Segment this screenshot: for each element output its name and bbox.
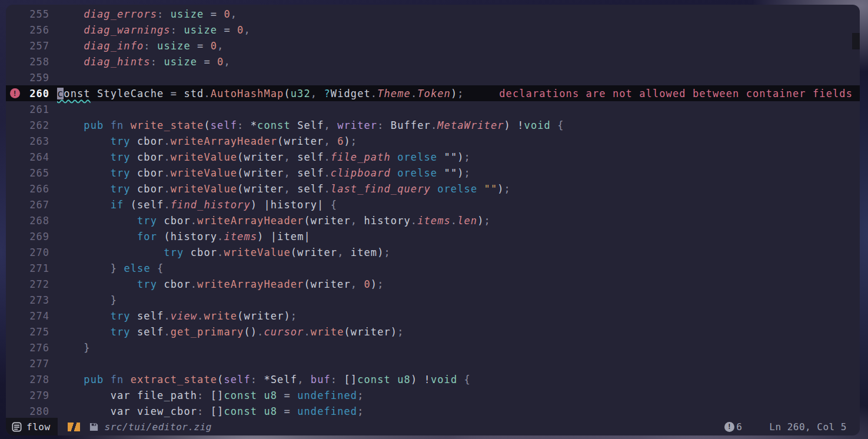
code-line[interactable]: 279 var file_path: []const u8 = undefine… xyxy=(6,387,860,403)
code-token: file_path xyxy=(131,390,197,401)
code-line[interactable]: 265 try cbor.writeValue(writer, self.cli… xyxy=(6,165,860,181)
code-token: extract_state xyxy=(131,374,217,385)
code-text[interactable]: try self.view.write(writer); xyxy=(49,310,297,322)
code-text[interactable]: try cbor.writeArrayHeader(writer, 6); xyxy=(49,135,357,147)
code-text[interactable]: try cbor.writeValue(writer, self.file_pa… xyxy=(49,151,471,163)
code-token: buf xyxy=(311,374,331,385)
code-text[interactable]: var file_path: []const u8 = undefined; xyxy=(49,390,364,401)
code-token xyxy=(57,231,137,242)
code-token: ( xyxy=(304,278,310,290)
code-text[interactable]: pub fn extract_state(self: *Self, buf: [… xyxy=(49,374,471,385)
code-token: u32 xyxy=(291,88,311,99)
code-token: pub xyxy=(84,119,104,131)
line-number: 260 xyxy=(24,88,49,99)
code-token: else xyxy=(124,262,150,274)
code-line[interactable]: 274 try self.view.write(writer); xyxy=(6,308,860,324)
code-token: [] xyxy=(204,390,224,401)
code-line[interactable]: 273 } xyxy=(6,292,860,308)
code-text[interactable]: try cbor.writeValue(writer, self.last_fi… xyxy=(49,183,511,195)
code-text[interactable]: try self.get_primary().cursor.write(writ… xyxy=(49,326,404,338)
code-token: ) xyxy=(377,247,384,258)
code-text[interactable]: } xyxy=(49,294,117,306)
code-line[interactable]: 266 try cbor.writeValue(writer, self.las… xyxy=(6,181,860,197)
code-token: onst xyxy=(64,88,90,99)
code-token xyxy=(291,405,297,417)
code-token: [] xyxy=(204,405,224,417)
code-text[interactable]: try cbor.writeArrayHeader(writer, histor… xyxy=(49,215,491,227)
code-token xyxy=(357,278,364,290)
code-token: writer xyxy=(244,310,284,322)
code-line[interactable]: 260const StyleCache = std.AutoHashMap(u3… xyxy=(6,85,860,101)
code-line[interactable]: 257 diag_info: usize = 0, xyxy=(6,38,860,54)
scrollbar-thumb[interactable] xyxy=(852,33,860,49)
error-gutter-icon[interactable] xyxy=(10,88,20,98)
code-text[interactable]: var view_cbor: []const u8 = undefined; xyxy=(49,405,364,417)
code-token: write_state xyxy=(131,119,204,131)
code-token: diag_info xyxy=(84,40,144,52)
code-text[interactable]: try cbor.writeValue(writer, self.clipboa… xyxy=(49,167,471,179)
code-text[interactable]: diag_errors: usize = 0, xyxy=(49,8,237,20)
code-token: ( xyxy=(157,231,171,242)
diagnostics-count[interactable]: 6 xyxy=(736,421,742,433)
code-text[interactable]: try cbor.writeValue(writer, item); xyxy=(49,247,391,258)
code-text[interactable]: pub fn write_state(self: *const Self, wr… xyxy=(49,119,564,131)
code-text[interactable]: diag_warnings: usize = 0, xyxy=(49,24,251,36)
code-line[interactable]: 259 xyxy=(6,69,860,85)
code-token: = xyxy=(171,88,177,99)
code-line[interactable]: 270 try cbor.writeValue(writer, item); xyxy=(6,244,860,260)
code-line[interactable]: 264 try cbor.writeValue(writer, self.fil… xyxy=(6,149,860,165)
code-line[interactable]: 268 try cbor.writeArrayHeader(writer, hi… xyxy=(6,212,860,228)
code-token: |history| xyxy=(257,199,331,211)
code-token: ) xyxy=(257,231,264,242)
code-text[interactable]: } xyxy=(49,342,91,354)
code-line[interactable]: 258 diag_hints: usize = 0, xyxy=(6,54,860,69)
floppy-disk-icon[interactable] xyxy=(89,422,99,432)
code-line[interactable]: 267 if (self.find_history) |history| { xyxy=(6,197,860,212)
code-line[interactable]: 275 try self.get_primary().cursor.write(… xyxy=(6,324,860,340)
code-token: , xyxy=(311,88,317,99)
code-token xyxy=(104,119,110,131)
code-token: ) xyxy=(477,215,484,227)
code-line[interactable]: 277 xyxy=(6,355,860,371)
code-token: 0 xyxy=(211,40,217,52)
code-line[interactable]: 269 for (history.items) |item| xyxy=(6,228,860,244)
code-token: writeValue xyxy=(171,167,237,179)
app-menu-button[interactable]: flow xyxy=(6,418,58,435)
code-text[interactable]: diag_hints: usize = 0, xyxy=(49,56,231,68)
code-token: , xyxy=(324,119,330,131)
code-token: ! xyxy=(511,119,524,131)
code-area[interactable]: 255 diag_errors: usize = 0,256 diag_warn… xyxy=(6,5,860,419)
code-token: orelse xyxy=(397,167,437,179)
code-token xyxy=(277,405,284,417)
code-line[interactable]: 262 pub fn write_state(self: *const Self… xyxy=(6,117,860,133)
code-text[interactable]: } else { xyxy=(49,262,164,274)
code-text[interactable]: if (self.find_history) |history| { xyxy=(49,199,337,211)
code-line[interactable]: 263 try cbor.writeArrayHeader(writer, 6)… xyxy=(6,133,860,149)
code-line[interactable]: 280 var view_cbor: []const u8 = undefine… xyxy=(6,403,860,419)
code-line[interactable]: 272 try cbor.writeArrayHeader(writer, 0)… xyxy=(6,276,860,292)
code-token xyxy=(104,374,110,385)
code-text[interactable]: try cbor.writeArrayHeader(writer, 0); xyxy=(49,278,384,290)
code-line[interactable]: 256 diag_warnings: usize = 0, xyxy=(6,22,860,38)
code-token: . xyxy=(451,215,457,227)
code-token xyxy=(437,167,444,179)
code-line[interactable]: 271 } else { xyxy=(6,260,860,276)
code-token: try xyxy=(137,278,157,290)
code-token: items xyxy=(224,231,257,242)
diagnostics-count-icon[interactable] xyxy=(724,422,734,432)
line-number: 275 xyxy=(24,326,49,338)
code-token: . xyxy=(164,183,170,195)
code-line[interactable]: 276 } xyxy=(6,340,860,355)
code-token: "" xyxy=(444,151,458,163)
code-line[interactable]: 261 xyxy=(6,101,860,117)
code-token: find_history xyxy=(171,199,251,211)
code-token xyxy=(257,405,264,417)
code-line[interactable]: 255 diag_errors: usize = 0, xyxy=(6,6,860,22)
code-text[interactable]: diag_info: usize = 0, xyxy=(49,40,224,52)
code-text[interactable]: for (history.items) |item| xyxy=(49,231,311,242)
code-token xyxy=(57,405,111,417)
code-token: Token xyxy=(417,88,451,99)
code-text[interactable]: const StyleCache = std.AutoHashMap(u32, … xyxy=(49,88,464,99)
zig-slash-icon[interactable] xyxy=(68,423,80,431)
code-line[interactable]: 278 pub fn extract_state(self: *Self, bu… xyxy=(6,371,860,387)
